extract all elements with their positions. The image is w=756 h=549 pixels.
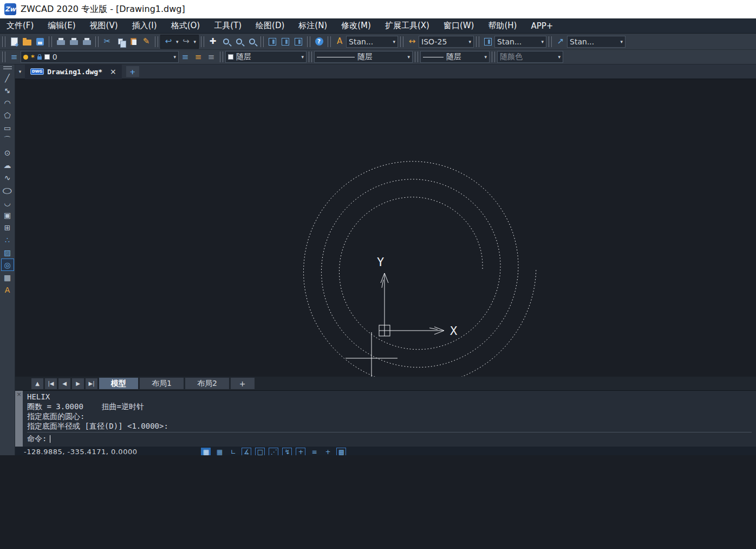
zoom-previous-button[interactable] (245, 36, 258, 48)
circle-button[interactable]: ⊙ (1, 146, 14, 159)
paste-button[interactable] (127, 36, 140, 48)
polar-toggle[interactable]: ∡ (242, 448, 251, 455)
menu-dimension[interactable]: 标注(N) (298, 21, 327, 31)
new-file-button[interactable] (8, 36, 21, 48)
tool-palettes-button[interactable] (292, 36, 305, 48)
add-toggle-button[interactable]: + (323, 448, 333, 455)
mtext-button[interactable]: A (1, 283, 14, 296)
revcloud-button[interactable]: ☁ (1, 159, 14, 171)
make-block-button[interactable]: ⊞ (1, 221, 14, 234)
table-button[interactable]: ▦ (1, 271, 14, 283)
menu-express-tools[interactable]: 扩展工具(X) (385, 21, 429, 31)
layer-on-icon[interactable] (23, 55, 28, 60)
save-button[interactable] (34, 36, 47, 48)
help-button[interactable]: ? (312, 36, 325, 48)
plot-button[interactable] (80, 36, 93, 48)
helix-entity[interactable] (304, 162, 537, 377)
dynamic-input-toggle[interactable]: ↯ (282, 448, 292, 455)
properties-palette-button[interactable] (266, 36, 279, 48)
grid-toggle[interactable]: ▦ (201, 448, 211, 455)
print-button[interactable] (54, 36, 67, 48)
menu-file[interactable]: 文件(F) (6, 21, 34, 31)
tab-model[interactable]: 模型 (99, 378, 138, 389)
design-center-button[interactable] (279, 36, 292, 48)
menu-window[interactable]: 窗口(W) (444, 21, 474, 31)
toolbar-grip[interactable] (3, 66, 12, 69)
undo-button[interactable]: ↩ (162, 36, 175, 48)
command-input-row[interactable]: 命令: (27, 432, 752, 444)
new-doc-tab-button[interactable]: + (126, 66, 139, 77)
open-button[interactable] (21, 36, 34, 48)
menu-draw[interactable]: 绘图(D) (256, 21, 284, 31)
command-history[interactable]: HELIX 圈数 = 3.0000 扭曲=逆时针 指定底面的圆心: 指定底面半径… (23, 391, 756, 447)
pan-button[interactable]: ✚ (206, 36, 219, 48)
menu-app-plus[interactable]: APP+ (531, 21, 553, 31)
polyline-button[interactable]: ◠ (1, 96, 14, 109)
donut-button[interactable]: ◎ (1, 259, 14, 271)
layer-manager-button[interactable]: ≡ (8, 51, 21, 63)
snap-toggle[interactable]: ▦ (214, 448, 224, 455)
linetype-select[interactable]: 随层 ▾ (314, 51, 413, 63)
zoom-window-button[interactable] (232, 36, 245, 48)
menu-format[interactable]: 格式(O) (171, 21, 200, 31)
cut-button[interactable]: ✂ (101, 36, 114, 48)
otrack-toggle[interactable]: ⋰ (269, 448, 278, 455)
match-properties-button[interactable]: ✎ (140, 36, 153, 48)
menu-help[interactable]: 帮助(H) (488, 21, 517, 31)
copy-button[interactable] (114, 36, 127, 48)
menu-edit[interactable]: 编辑(E) (48, 21, 75, 31)
redo-dropdown-button[interactable]: ▾ (194, 39, 197, 44)
ellipse-button[interactable]: ○ (1, 184, 14, 196)
hatch-button[interactable]: ▨ (1, 246, 14, 259)
text-style-button[interactable]: A (333, 36, 346, 48)
doc-tab-list-button[interactable]: ▾ (15, 69, 25, 74)
ortho-toggle[interactable]: ∟ (228, 448, 238, 455)
status-menu-button[interactable]: ≡ (309, 448, 319, 455)
tab-layout1[interactable]: 布局1 (140, 378, 184, 389)
polygon-button[interactable]: ⬠ (1, 109, 14, 121)
layout-menu-button[interactable]: ▲ (31, 378, 43, 389)
dim-style-button[interactable]: ↔ (406, 36, 419, 48)
zoom-realtime-button[interactable] (219, 36, 232, 48)
command-close-icon[interactable]: × (16, 391, 21, 398)
make-layer-current-button[interactable]: ≡ (179, 51, 192, 63)
mleader-style-select[interactable]: Stan... ▾ (567, 36, 625, 48)
layer-freeze-icon[interactable]: * (31, 53, 35, 61)
arc-button[interactable]: ⌒ (1, 134, 14, 146)
last-tab-button[interactable]: ▶| (86, 378, 97, 389)
rectangle-button[interactable]: ▭ (1, 121, 14, 134)
layer-lock-icon[interactable] (37, 56, 42, 60)
construction-line-button[interactable]: ↔ (1, 84, 14, 96)
menu-insert[interactable]: 插入(I) (132, 21, 157, 31)
mleader-style-button[interactable]: ↗ (554, 36, 567, 48)
undo-dropdown-button[interactable]: ▾ (176, 39, 179, 44)
ellipse-arc-button[interactable]: ◡ (1, 196, 14, 209)
workspace-button[interactable]: ▩ (336, 448, 346, 455)
tab-layout2[interactable]: 布局2 (185, 378, 229, 389)
lineweight-toggle[interactable]: + (296, 448, 305, 455)
toolbar-grip[interactable] (2, 36, 5, 47)
add-layout-button[interactable]: + (231, 378, 255, 389)
drawing-viewport[interactable]: Y X (15, 79, 756, 377)
point-button[interactable]: ∴ (1, 234, 14, 246)
doc-tab-close-icon[interactable]: × (110, 67, 116, 76)
insert-block-button[interactable]: ▣ (1, 209, 14, 221)
model-space-canvas[interactable]: Y X (15, 79, 756, 377)
text-style-select[interactable]: Stan... ▾ (346, 36, 398, 48)
layer-states-button[interactable]: ≡ (205, 51, 218, 63)
line-button[interactable]: ╱ (1, 72, 14, 84)
doc-tab-drawing1[interactable]: DWG Drawing1.dwg* × (25, 64, 122, 79)
color-select[interactable]: 随层 ▾ (225, 51, 307, 63)
lineweight-select[interactable]: 随层 ▾ (420, 51, 490, 63)
first-tab-button[interactable]: |◀ (45, 378, 57, 389)
layer-select[interactable]: * 0 ▾ (21, 51, 179, 63)
dim-style-select[interactable]: ISO-25 ▾ (419, 36, 474, 48)
prev-tab-button[interactable]: ◀ (58, 378, 70, 389)
next-tab-button[interactable]: ▶ (72, 378, 84, 389)
print-preview-button[interactable] (67, 36, 80, 48)
redo-button[interactable]: ↪ (180, 36, 193, 48)
menu-modify[interactable]: 修改(M) (341, 21, 371, 31)
command-panel-handle[interactable]: × (15, 391, 23, 447)
toolbar-grip[interactable] (2, 51, 5, 62)
menu-tools[interactable]: 工具(T) (214, 21, 242, 31)
